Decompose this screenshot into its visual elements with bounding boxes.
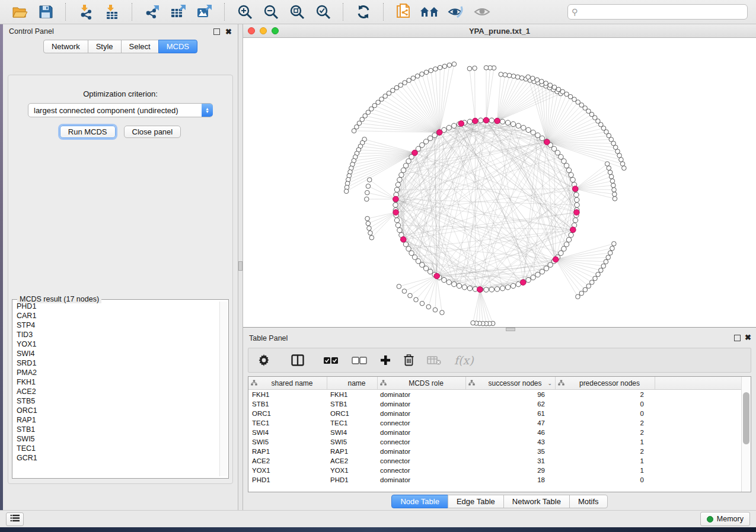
- table-panel-tab[interactable]: Motifs: [569, 495, 608, 508]
- search-icon: ⚲: [572, 8, 578, 16]
- gear-icon[interactable]: [258, 354, 270, 366]
- first-neighbors-button[interactable]: [421, 3, 439, 21]
- zoom-in-button[interactable]: [236, 3, 254, 21]
- console-button[interactable]: [6, 512, 24, 526]
- network-canvas[interactable]: [243, 38, 756, 327]
- mcds-result-item[interactable]: FKH1: [14, 377, 220, 387]
- table-column-header[interactable]: name ⌄: [327, 377, 378, 389]
- table-column-header[interactable]: successor nodes ⌄: [466, 377, 556, 389]
- add-column-icon[interactable]: [380, 355, 391, 366]
- main-toolbar: ⚲: [0, 0, 756, 24]
- optimization-criterion-label: Optimization criterion:: [8, 89, 232, 98]
- mcds-result-list: PHD1CAR1STP4TID3YOX1SWI4SRD1PMA2FKH1ACE2…: [14, 302, 220, 476]
- window-minimize-icon[interactable]: [260, 27, 267, 34]
- table-row[interactable]: PHD1 PHD1 dominator 18 0: [248, 475, 741, 485]
- mcds-result-item[interactable]: SWI5: [14, 434, 220, 444]
- mcds-result-item[interactable]: ACE2: [14, 387, 220, 396]
- save-session-button[interactable]: [37, 3, 55, 21]
- toolbar-separator: [343, 3, 344, 21]
- close-panel-icon[interactable]: ✖: [225, 28, 232, 36]
- table-panel-tabs: Node TableEdge TableNetwork TableMotifs: [243, 492, 756, 510]
- run-mcds-button[interactable]: Run MCDS: [60, 126, 116, 138]
- show-all-button[interactable]: [473, 3, 491, 21]
- split-columns-icon[interactable]: [291, 354, 304, 366]
- criterion-selected-value: largest connected component (undirected): [28, 106, 202, 115]
- open-file-button[interactable]: [11, 3, 28, 21]
- zoom-selected-button[interactable]: [314, 3, 332, 21]
- table-panel-tab[interactable]: Network Table: [503, 495, 570, 508]
- scrollbar-thumb[interactable]: [743, 392, 749, 444]
- search-field[interactable]: ⚲: [567, 4, 748, 20]
- splitter-handle[interactable]: [238, 261, 243, 271]
- network-window-title: YPA_prune.txt_1: [243, 27, 756, 36]
- deselect-all-icon[interactable]: [352, 357, 367, 364]
- export-image-button[interactable]: [196, 3, 213, 21]
- window-close-icon[interactable]: [248, 27, 255, 34]
- mcds-result-item[interactable]: PHD1: [14, 302, 220, 311]
- control-panel-tab[interactable]: Select: [121, 40, 159, 53]
- table-row[interactable]: TEC1 TEC1 connector 47 2: [248, 418, 741, 428]
- mcds-result-item[interactable]: TID3: [14, 330, 220, 339]
- mcds-result-item[interactable]: STB1: [14, 425, 220, 434]
- table-header-row: shared name ⌄ name ⌄: [248, 377, 741, 390]
- float-panel-icon[interactable]: [213, 28, 220, 35]
- memory-button[interactable]: Memory: [700, 512, 750, 526]
- export-network-button[interactable]: [143, 3, 161, 21]
- select-all-icon[interactable]: [323, 357, 339, 364]
- mcds-result-item[interactable]: ORC1: [14, 406, 220, 415]
- table-row[interactable]: FKH1 FKH1 dominator 96 2: [248, 390, 741, 399]
- close-panel-button[interactable]: Close panel: [124, 126, 181, 138]
- select-stepper-icon: ▲▼: [202, 104, 213, 117]
- mcds-result-item[interactable]: YOX1: [14, 339, 220, 349]
- table-row[interactable]: YOX1 YOX1 connector 29 1: [248, 466, 741, 475]
- clone-network-button[interactable]: [395, 3, 413, 21]
- table-column-header[interactable]: predecessor nodes ⌄: [556, 377, 655, 389]
- network-graph[interactable]: [243, 38, 756, 327]
- sort-menu-icon[interactable]: ⌄: [547, 380, 552, 386]
- table-row[interactable]: STB1 STB1 dominator 62 0: [248, 399, 741, 409]
- mcds-result-item[interactable]: STP4: [14, 321, 220, 330]
- vertical-splitter[interactable]: [238, 24, 243, 510]
- control-panel-tab[interactable]: Style: [88, 40, 122, 53]
- mcds-result-item[interactable]: CAR1: [14, 311, 220, 321]
- import-network-button[interactable]: [77, 3, 95, 21]
- control-panel-tab[interactable]: Network: [43, 40, 88, 53]
- table-panel: Table Panel ✖: [243, 331, 756, 510]
- result-list-scrollbar[interactable]: [219, 302, 227, 476]
- close-panel-icon[interactable]: ✖: [745, 334, 751, 341]
- table-row[interactable]: SWI5 SWI5 connector 43 1: [248, 437, 741, 447]
- delete-column-icon[interactable]: [404, 354, 414, 366]
- control-panel-tab[interactable]: MCDS: [158, 40, 197, 53]
- export-table-button[interactable]: [170, 3, 187, 21]
- show-all-icon: [473, 5, 491, 19]
- criterion-select[interactable]: largest connected component (undirected)…: [28, 103, 213, 117]
- mcds-result-item[interactable]: SWI4: [14, 349, 220, 358]
- table-row[interactable]: SWI4 SWI4 dominator 46 2: [248, 428, 741, 437]
- table-panel-tab[interactable]: Edge Table: [448, 495, 504, 508]
- table-row[interactable]: ORC1 ORC1 dominator 61 0: [248, 409, 741, 418]
- mcds-result-item[interactable]: GCR1: [14, 453, 220, 463]
- table-panel-tab[interactable]: Node Table: [391, 495, 448, 508]
- hide-selected-button[interactable]: [447, 3, 465, 21]
- table-column-header[interactable]: shared name ⌄: [248, 377, 327, 389]
- delete-table-icon: [427, 355, 441, 365]
- float-panel-icon[interactable]: [734, 335, 741, 341]
- table-row[interactable]: ACE2 ACE2 connector 31 1: [248, 456, 741, 466]
- table-scrollbar[interactable]: [741, 377, 751, 492]
- mcds-result-item[interactable]: PMA2: [14, 368, 220, 377]
- window-zoom-icon[interactable]: [272, 27, 279, 34]
- table-body: FKH1 FKH1 dominator 96 2 STB1 STB1 domin…: [248, 390, 741, 492]
- import-table-button[interactable]: [103, 3, 121, 21]
- search-input[interactable]: [580, 7, 744, 17]
- mcds-panel: Optimization criterion: largest connecte…: [8, 75, 233, 484]
- refresh-layout-button[interactable]: [355, 3, 372, 21]
- status-bar: Memory: [0, 510, 756, 527]
- mcds-result-item[interactable]: RAP1: [14, 415, 220, 425]
- zoom-out-button[interactable]: [262, 3, 280, 21]
- zoom-fit-button[interactable]: [288, 3, 306, 21]
- mcds-result-item[interactable]: SRD1: [14, 358, 220, 368]
- mcds-result-item[interactable]: STB5: [14, 396, 220, 406]
- mcds-result-item[interactable]: TEC1: [14, 444, 220, 453]
- table-row[interactable]: RAP1 RAP1 dominator 35 2: [248, 447, 741, 456]
- table-column-header[interactable]: MCDS role ⌄: [378, 377, 466, 389]
